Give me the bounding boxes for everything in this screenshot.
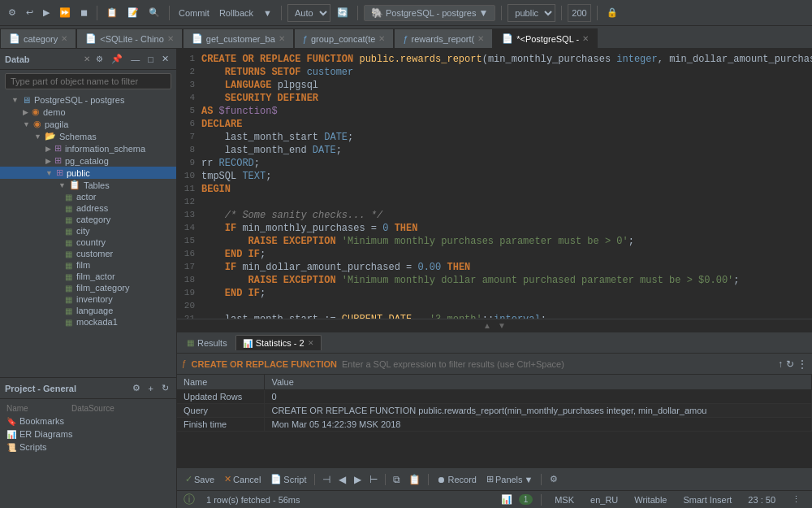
tree-item-mockada1[interactable]: ▦ mockada1 [0,316,176,328]
tab-sqlite[interactable]: 📄 <SQLite - Chino ✕ [76,28,183,48]
scroll-down-icon[interactable]: ▼ [498,321,506,330]
tab-sqlite-close[interactable]: ✕ [167,34,174,43]
proj-bookmarks-label: Bookmarks [19,416,64,426]
toolbar-icon-3[interactable]: ▶ [40,6,53,20]
nav-prev-btn[interactable]: ◀ [336,473,348,486]
tree-item-film-actor[interactable]: ▦ film_actor [0,271,176,282]
nav-last-btn[interactable]: ⊢ [367,473,380,486]
scroll-up-icon[interactable]: ▲ [483,321,491,330]
tab-pg-close[interactable]: ✕ [582,34,589,43]
tab-rewards-close[interactable]: ✕ [477,34,484,43]
filter-reset-btn[interactable]: ↻ [786,358,794,370]
project-settings-btn[interactable]: ⚙ [130,382,143,394]
toolbar-icon-2[interactable]: ↩ [23,6,37,20]
panels-button[interactable]: ⊞ Panels ▼ [483,473,537,485]
tree-item-film-category[interactable]: ▦ film_category [0,282,176,293]
locale-status[interactable]: en_RU [585,495,623,505]
toolbar-icon-10[interactable]: 🔄 [334,6,352,20]
proj-item-er-diagrams[interactable]: 📊 ER Diagrams [3,428,173,441]
tree-item-city[interactable]: ▦ city [0,225,176,237]
overflow-menu[interactable]: ⋮ [787,494,806,505]
sep-6 [561,6,562,20]
timezone-status[interactable]: MSK [550,495,579,505]
line-num-2: 2 [177,67,201,76]
tree-item-public[interactable]: ▼ ⊞ public [0,167,176,179]
tree-item-information-schema[interactable]: ▶ ⊞ information_schema [0,142,176,154]
toolbar-icon-6[interactable]: 📋 [103,6,121,20]
nav-copy-btn[interactable]: ⧉ [391,473,403,486]
tree-item-server[interactable]: ▼ 🖥 PostgreSQL - postgres [0,94,176,106]
tree-item-category[interactable]: ▦ category [0,214,176,225]
results-tab-statistics[interactable]: 📊 Statistics - 2 ✕ [235,335,322,350]
writable-status[interactable]: Writable [629,495,672,505]
db-panel-collapse[interactable]: ✕ [159,53,171,65]
code-content-12 [201,197,812,208]
tree-item-schemas[interactable]: ▼ 📂 Schemas [0,130,176,142]
filter-sort-asc-btn[interactable]: ↑ [778,358,783,370]
tab-get-customer[interactable]: 📄 get_customer_ba ✕ [183,28,294,48]
tree-item-tables-folder[interactable]: ▼ 📋 Tables [0,179,176,191]
nav-paste-btn[interactable]: 📋 [406,473,423,486]
project-add-btn[interactable]: + [146,383,156,394]
db-panel-maximize[interactable]: □ [145,54,156,65]
db-panel-settings[interactable]: ⚙ [93,54,106,64]
results-tab-results[interactable]: ▦ Results [180,336,234,350]
toolbar-icon-9[interactable]: ▼ [260,7,275,20]
tree-schemas-label: Schemas [59,132,97,141]
schema-select[interactable]: public [508,4,555,22]
toolbar-icon-4[interactable]: ⏩ [56,6,74,20]
tab-group-concat-close[interactable]: ✕ [378,34,385,43]
tree-item-country[interactable]: ▦ country [0,237,176,248]
tree-item-demo[interactable]: ▶ ◉ demo [0,106,176,118]
filter-options-btn[interactable]: ⋮ [797,358,807,370]
project-refresh-btn[interactable]: ↻ [159,382,171,394]
statistics-tab-close[interactable]: ✕ [308,339,314,347]
tree-item-language[interactable]: ▦ language [0,305,176,316]
tab-rewards-report[interactable]: ƒ rewards_report( ✕ [394,28,493,48]
tree-item-inventory[interactable]: ▦ inventory [0,293,176,305]
tree-item-address[interactable]: ▦ address [0,202,176,214]
connection-selector[interactable]: 🐘 PostgreSQL - postgres ▼ [364,5,495,21]
tab-group-concat[interactable]: ƒ group_concat(te ✕ [294,28,395,48]
toolbar-sep-1 [314,474,315,485]
save-button[interactable]: ✓ Save [182,473,218,485]
connection-label: PostgreSQL - postgres [386,8,476,18]
db-search-input[interactable] [5,73,171,89]
nav-next-btn[interactable]: ▶ [352,473,364,486]
tree-item-customer[interactable]: ▦ customer [0,248,176,259]
filter-input[interactable] [342,359,773,369]
toolbar-icon-1[interactable]: ⚙ [5,6,19,20]
tree-item-film[interactable]: ▦ film [0,259,176,271]
rows-fetched-status: 1 row(s) fetched - 56ms [201,495,305,505]
record-button[interactable]: ⏺ Record [434,474,479,485]
tree-item-pg-catalog[interactable]: ▶ ⊞ pg_catalog [0,154,176,167]
db-panel-pin[interactable]: 📌 [109,53,125,65]
db-panel-close[interactable]: — [128,54,142,65]
commit-button[interactable]: Commit [175,7,213,20]
proj-er-label: ER Diagrams [19,429,72,439]
toolbar-icon-7[interactable]: 📝 [124,6,142,20]
script-button[interactable]: 📄 Script [267,473,309,485]
proj-item-bookmarks[interactable]: 🔖 Bookmarks [3,415,173,428]
tab-get-customer-close[interactable]: ✕ [279,34,285,43]
filter-function-label[interactable]: CREATE OR REPLACE FUNCTION [192,359,337,369]
toolbar-icon-5[interactable]: ◼ [77,6,91,20]
tree-item-pagila[interactable]: ▼ ◉ pagila [0,118,176,130]
tab-category[interactable]: 📄 category ✕ [0,28,76,48]
nav-first-btn[interactable]: ⊣ [320,473,333,486]
tree-item-actor[interactable]: ▦ actor [0,191,176,202]
cancel-button[interactable]: ✕ Cancel [221,473,264,485]
save-check-icon: ✓ [185,474,192,484]
results-tab-bar: ▦ Results 📊 Statistics - 2 ✕ [177,332,812,354]
auto-select[interactable]: Auto [287,4,330,22]
rollback-button[interactable]: Rollback [216,7,257,20]
toolbar-icon-11[interactable]: 🔒 [603,6,621,20]
code-editor[interactable]: 1 CREATE OR REPLACE FUNCTION public.rewa… [177,49,812,319]
tab-postgresql-active[interactable]: 📄 *<PostgreSQL - ✕ [493,28,598,48]
cancel-x-icon: ✕ [224,474,231,484]
smart-insert-status[interactable]: Smart Insert [678,495,736,505]
toolbar-icon-8[interactable]: 🔍 [145,6,163,20]
settings-button[interactable]: ⚙ [546,473,561,485]
proj-item-scripts[interactable]: 📜 Scripts [3,441,173,454]
tab-category-close[interactable]: ✕ [61,34,67,43]
